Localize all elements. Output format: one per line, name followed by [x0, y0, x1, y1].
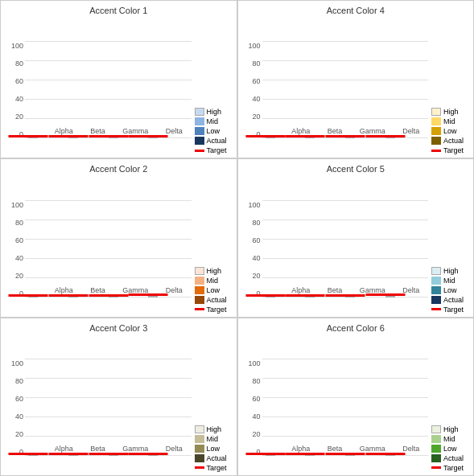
legend-swatch — [431, 108, 441, 116]
legend-item-low: Low — [195, 127, 233, 135]
x-axis-label: Delta — [402, 286, 419, 294]
chart-plot: AlphaBetaGammaDelta — [25, 359, 192, 456]
legend-label: Low — [207, 286, 221, 294]
y-axis-label: 20 — [252, 430, 260, 438]
chart-plot: AlphaBetaGammaDelta — [25, 201, 192, 298]
legend-item-low: Low — [195, 445, 233, 453]
target-line — [365, 453, 405, 455]
chart-legend: HighMidLowActualTarget — [192, 424, 233, 472]
chart-area-chart5: 100806040200AlphaBetaGammaDelta — [241, 201, 429, 314]
y-axis-label: 60 — [15, 236, 23, 244]
legend-item-mid: Mid — [431, 117, 470, 125]
legend-swatch — [431, 454, 441, 462]
target-line — [326, 294, 365, 297]
legend-item-mid: Mid — [195, 435, 233, 443]
legend-label: High — [207, 267, 222, 275]
y-axis-label: 60 — [15, 77, 23, 85]
legend-swatch — [431, 117, 441, 125]
legend-label: Actual — [207, 137, 227, 145]
y-axis-label: 80 — [252, 219, 260, 227]
y-axis-label: 20 — [15, 113, 23, 121]
legend-item-target: Target — [195, 464, 233, 472]
legend-item-actual: Actual — [195, 137, 233, 145]
legend-swatch — [195, 445, 204, 453]
chart-legend: HighMidLowActualTarget — [192, 265, 233, 314]
chart-area-chart4: 100806040200AlphaBetaGammaDelta — [241, 42, 429, 154]
legend-target-swatch — [195, 466, 204, 469]
chart-area-chart1: 100806040200AlphaBetaGammaDelta — [4, 42, 192, 154]
legend-swatch — [195, 286, 204, 294]
legend-label: Mid — [443, 277, 455, 285]
legend-swatch — [195, 277, 204, 285]
y-axis-label: 80 — [15, 60, 23, 68]
target-line — [365, 135, 405, 137]
x-axis-label: Beta — [328, 445, 343, 453]
y-axis-label: 40 — [252, 254, 260, 262]
y-axis-label: 80 — [15, 219, 23, 227]
y-axis-labels: 100806040200 — [4, 201, 25, 298]
chart-legend: HighMidLowActualTarget — [428, 424, 470, 472]
chart-plot: AlphaBetaGammaDelta — [262, 359, 429, 456]
legend-swatch — [431, 286, 441, 294]
legend-label: Actual — [207, 454, 227, 462]
legend-item-actual: Actual — [431, 454, 470, 462]
chart-area-chart3: 100806040200AlphaBetaGammaDelta — [4, 359, 192, 472]
x-axis-label: Gamma — [122, 445, 148, 453]
y-axis-label: 40 — [15, 412, 23, 421]
legend-label: Target — [207, 464, 227, 472]
target-line — [245, 453, 285, 455]
legend-swatch — [195, 127, 204, 135]
x-axis-label: Beta — [90, 445, 105, 453]
legend-swatch — [195, 435, 204, 443]
y-axis-label: 60 — [15, 395, 23, 403]
legend-item-mid: Mid — [195, 117, 233, 125]
y-axis-labels: 100806040200 — [241, 42, 262, 138]
x-axis-label: Beta — [90, 286, 105, 294]
chart-chart5: Accent Color 5100806040200AlphaBetaGamma… — [237, 158, 475, 317]
chart-title-chart1: Accent Color 1 — [89, 6, 147, 15]
legend-item-low: Low — [431, 286, 470, 294]
legend-label: High — [207, 425, 222, 433]
legend-item-mid: Mid — [431, 435, 470, 443]
y-axis-label: 40 — [15, 254, 23, 262]
y-axis-label: 100 — [248, 359, 260, 367]
legend-label: Target — [443, 146, 464, 154]
chart-body-chart5: 100806040200AlphaBetaGammaDeltaHighMidLo… — [241, 175, 471, 313]
target-line — [9, 294, 48, 297]
legend-swatch — [195, 425, 204, 433]
x-axis-label: Beta — [90, 127, 105, 135]
legend-target-swatch — [431, 308, 441, 310]
y-axis-label: 60 — [252, 395, 260, 403]
chart-chart6: Accent Color 6100806040200AlphaBetaGamma… — [237, 318, 475, 476]
chart-body-chart2: 100806040200AlphaBetaGammaDeltaHighMidLo… — [4, 175, 233, 313]
legend-label: Target — [443, 306, 464, 314]
chart-legend: HighMidLowActualTarget — [428, 106, 470, 154]
y-axis-label: 20 — [15, 272, 23, 280]
target-line — [286, 135, 325, 137]
legend-item-high: High — [195, 267, 233, 275]
target-line — [9, 135, 48, 137]
legend-item-actual: Actual — [195, 454, 233, 462]
x-axis-label: Alpha — [55, 445, 73, 453]
legend-item-mid: Mid — [195, 277, 233, 285]
target-line — [245, 294, 285, 297]
chart-title-chart2: Accent Color 2 — [89, 164, 147, 174]
chart-chart2: Accent Color 2100806040200AlphaBetaGamma… — [0, 158, 237, 317]
legend-item-actual: Actual — [195, 296, 233, 304]
legend-item-target: Target — [431, 464, 470, 472]
target-line — [89, 135, 128, 137]
target-line — [89, 294, 128, 297]
x-axis-label: Alpha — [291, 286, 310, 294]
legend-item-actual: Actual — [431, 137, 470, 145]
x-axis-label: Gamma — [122, 127, 148, 135]
legend-target-swatch — [431, 150, 441, 152]
chart-plot: AlphaBetaGammaDelta — [262, 201, 429, 298]
chart-area-chart6: 100806040200AlphaBetaGammaDelta — [241, 359, 429, 472]
target-line — [48, 453, 88, 455]
legend-label: Target — [207, 306, 227, 314]
x-axis-label: Gamma — [360, 445, 385, 453]
legend-item-actual: Actual — [431, 296, 470, 304]
legend-swatch — [195, 117, 204, 125]
y-axis-labels: 100806040200 — [4, 42, 25, 138]
legend-label: Mid — [207, 435, 219, 443]
